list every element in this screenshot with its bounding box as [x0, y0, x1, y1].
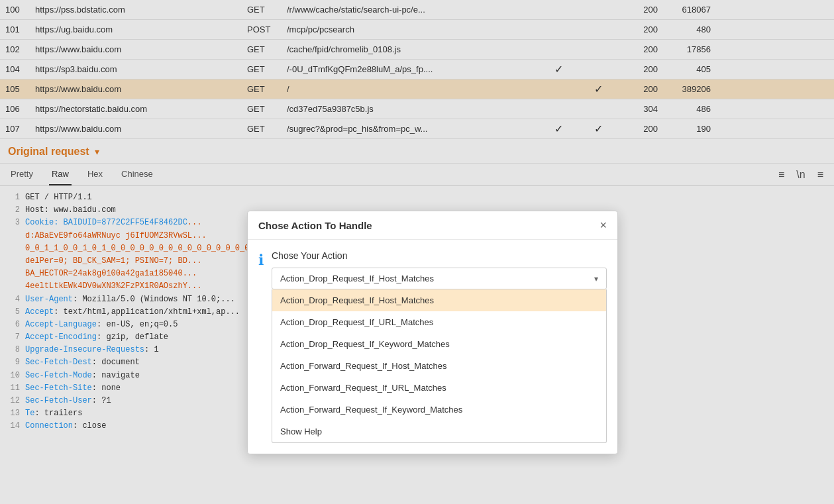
dropdown-item[interactable]: Action_Drop_Request_If_Keyword_Matches	[272, 333, 606, 355]
select-wrapper: Action_Drop_Request_If_Host_Matches ▾ Ac…	[272, 268, 607, 443]
chevron-down-icon: ▾	[594, 274, 598, 283]
dropdown-item[interactable]: Action_Forward_Request_If_Host_Matches	[272, 355, 606, 377]
modal-right: Chose Your Action Action_Drop_Request_If…	[272, 250, 607, 443]
modal-body: ℹ Chose Your Action Action_Drop_Request_…	[248, 240, 617, 454]
select-display[interactable]: Action_Drop_Request_If_Host_Matches ▾	[272, 268, 607, 289]
dropdown-item[interactable]: Show Help	[272, 421, 606, 442]
dropdown-item[interactable]: Action_Forward_Request_If_Keyword_Matche…	[272, 399, 606, 421]
dropdown-item[interactable]: Action_Drop_Request_If_Host_Matches	[272, 289, 606, 311]
dropdown-item[interactable]: Action_Forward_Request_If_URL_Matches	[272, 377, 606, 399]
info-icon: ℹ	[258, 252, 264, 269]
dropdown-item[interactable]: Action_Drop_Request_If_URL_Matches	[272, 311, 606, 333]
modal-action-row: ℹ Chose Your Action Action_Drop_Request_…	[258, 250, 607, 443]
modal-close-button[interactable]: ×	[599, 219, 607, 231]
modal: Chose Action To Handle × ℹ Chose Your Ac…	[247, 211, 618, 454]
select-value: Action_Drop_Request_If_Host_Matches	[280, 274, 434, 283]
modal-subtitle: Chose Your Action	[272, 250, 607, 261]
modal-title: Chose Action To Handle	[258, 220, 372, 231]
dropdown-list: Action_Drop_Request_If_Host_MatchesActio…	[272, 289, 607, 443]
modal-header: Chose Action To Handle ×	[248, 211, 617, 240]
